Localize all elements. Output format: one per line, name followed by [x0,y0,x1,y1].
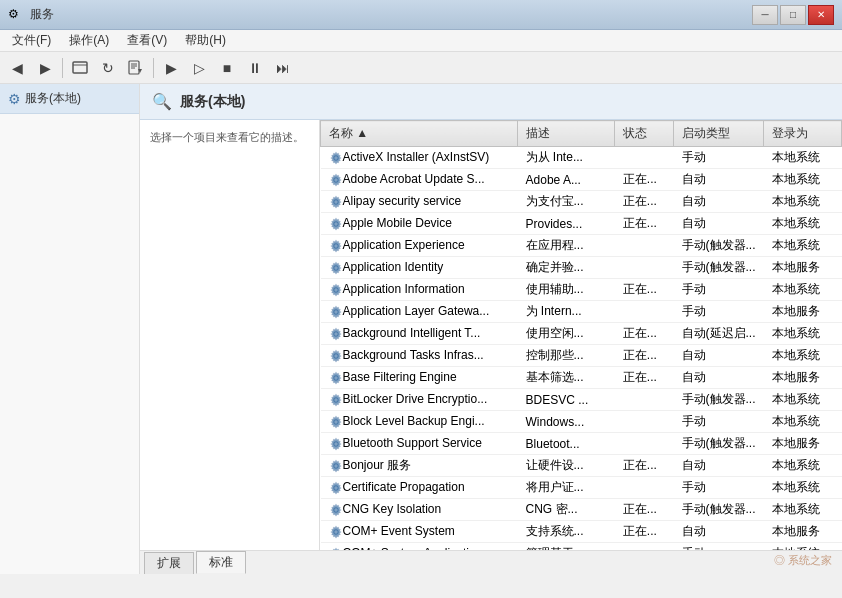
service-icon [329,393,343,407]
back-button[interactable]: ◀ [4,56,30,80]
table-row[interactable]: Apple Mobile DeviceProvides...正在...自动本地系… [321,213,842,235]
tab-extended[interactable]: 扩展 [144,552,194,574]
sidebar-item-services[interactable]: ⚙ 服务(本地) [0,84,139,114]
service-desc: 为支付宝... [518,191,615,213]
table-row[interactable]: Application Experience在应用程...手动(触发器...本地… [321,235,842,257]
pause-service-button[interactable]: ⏸ [242,56,268,80]
service-login: 本地服务 [764,257,842,279]
table-row[interactable]: Bonjour 服务让硬件设...正在...自动本地系统 [321,455,842,477]
service-status [615,433,674,455]
service-icon [329,217,343,231]
service-desc: 为从 Inte... [518,147,615,169]
stop-service-button[interactable]: ■ [214,56,240,80]
table-row[interactable]: Adobe Acrobat Update S...Adobe A...正在...… [321,169,842,191]
service-icon [329,305,343,319]
window-title: 服务 [30,6,54,23]
table-row[interactable]: CNG Key IsolationCNG 密...正在...手动(触发器...本… [321,499,842,521]
service-status [615,235,674,257]
table-row[interactable]: Certificate Propagation将用户证...手动本地系统 [321,477,842,499]
menu-view[interactable]: 查看(V) [119,30,175,51]
service-icon [329,327,343,341]
table-row[interactable]: Application Layer Gatewa...为 Intern...手动… [321,301,842,323]
service-desc: 在应用程... [518,235,615,257]
table-row[interactable]: Application Information使用辅助...正在...手动本地系… [321,279,842,301]
toolbar-separator-2 [153,58,154,78]
service-startup: 手动 [674,543,764,551]
menu-action[interactable]: 操作(A) [61,30,117,51]
service-status [615,257,674,279]
service-icon [329,151,343,165]
console-icon [72,60,88,76]
col-header-status[interactable]: 状态 [615,121,674,147]
app-icon: ⚙ [8,7,24,23]
table-body: ActiveX Installer (AxInstSV)为从 Inte...手动… [321,147,842,551]
service-name: Adobe Acrobat Update S... [343,172,485,186]
toolbar-separator-1 [62,58,63,78]
service-startup: 手动(触发器... [674,235,764,257]
table-row[interactable]: BitLocker Drive Encryptio...BDESVC ...手动… [321,389,842,411]
service-icon [329,173,343,187]
service-status: 正在... [615,499,674,521]
minimize-button[interactable]: ─ [752,5,778,25]
content-header-title: 服务(本地) [180,93,245,111]
service-login: 本地系统 [764,191,842,213]
service-name: Bluetooth Support Service [343,436,482,450]
service-desc: 管理基于... [518,543,615,551]
start-service-alt-button[interactable]: ▷ [186,56,212,80]
table-row[interactable]: Block Level Backup Engi...Windows...手动本地… [321,411,842,433]
restart-service-button[interactable]: ⏭ [270,56,296,80]
menu-file[interactable]: 文件(F) [4,30,59,51]
table-row[interactable]: Base Filtering Engine基本筛选...正在...自动本地服务 [321,367,842,389]
maximize-button[interactable]: □ [780,5,806,25]
table-row[interactable]: Background Tasks Infras...控制那些...正在...自动… [321,345,842,367]
col-header-login[interactable]: 登录为 [764,121,842,147]
service-name: Base Filtering Engine [343,370,457,384]
table-row[interactable]: Alipay security service为支付宝...正在...自动本地系… [321,191,842,213]
service-startup: 手动(触发器... [674,499,764,521]
service-name: COM+ System Application [343,546,483,550]
close-button[interactable]: ✕ [808,5,834,25]
service-icon [329,525,343,539]
table-row[interactable]: COM+ Event System支持系统...正在...自动本地服务 [321,521,842,543]
table-row[interactable]: Background Intelligent T...使用空闲...正在...自… [321,323,842,345]
service-icon [329,371,343,385]
menu-help[interactable]: 帮助(H) [177,30,234,51]
export-button[interactable] [123,56,149,80]
service-status: 正在... [615,345,674,367]
show-console-button[interactable] [67,56,93,80]
start-service-button[interactable]: ▶ [158,56,184,80]
sidebar: ⚙ 服务(本地) [0,84,140,574]
title-bar: ⚙ 服务 ─ □ ✕ [0,0,842,30]
service-login: 本地系统 [764,213,842,235]
service-status: 正在... [615,191,674,213]
table-area: 名称 ▲ 描述 状态 启动类型 [320,120,842,550]
service-startup: 自动 [674,367,764,389]
table-row[interactable]: Application Identity确定并验...手动(触发器...本地服务 [321,257,842,279]
table-row[interactable]: ActiveX Installer (AxInstSV)为从 Inte...手动… [321,147,842,169]
service-login: 本地系统 [764,499,842,521]
service-desc: Provides... [518,213,615,235]
service-status: 正在... [615,323,674,345]
col-header-startup[interactable]: 启动类型 [674,121,764,147]
service-login: 本地系统 [764,279,842,301]
service-login: 本地服务 [764,433,842,455]
sidebar-services-icon: ⚙ [8,91,21,107]
col-header-desc[interactable]: 描述 [518,121,615,147]
service-name: Application Information [343,282,465,296]
service-status: 正在... [615,169,674,191]
content-header: 🔍 服务(本地) [140,84,842,120]
col-header-name[interactable]: 名称 ▲ [321,121,518,147]
refresh-button[interactable]: ↻ [95,56,121,80]
table-scroll-wrapper[interactable]: 名称 ▲ 描述 状态 启动类型 [320,120,842,550]
service-login: 本地系统 [764,345,842,367]
table-row[interactable]: COM+ System Application管理基于...手动本地系统 [321,543,842,551]
tab-standard[interactable]: 标准 [196,551,246,574]
service-desc: 确定并验... [518,257,615,279]
service-icon [329,283,343,297]
service-desc: 将用户证... [518,477,615,499]
service-name: Bonjour 服务 [343,458,412,472]
table-row[interactable]: Bluetooth Support ServiceBluetoot...手动(触… [321,433,842,455]
service-icon [329,349,343,363]
forward-button[interactable]: ▶ [32,56,58,80]
service-desc: 为 Intern... [518,301,615,323]
